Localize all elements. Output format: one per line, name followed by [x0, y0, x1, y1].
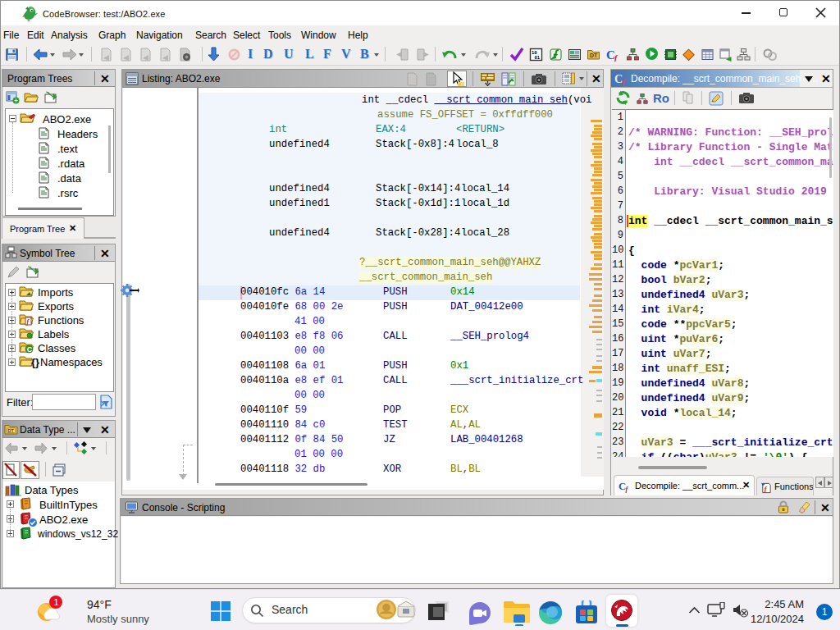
svg-text:10: 10: [532, 50, 537, 55]
svg-text:f: f: [625, 485, 628, 493]
svg-text:01: 01: [535, 55, 541, 60]
svg-text:DT: DT: [8, 428, 15, 433]
svg-text:f: f: [614, 53, 619, 62]
svg-text:C: C: [27, 345, 33, 354]
svg-text:f: f: [622, 78, 625, 86]
svg-text:DT: DT: [590, 52, 598, 58]
